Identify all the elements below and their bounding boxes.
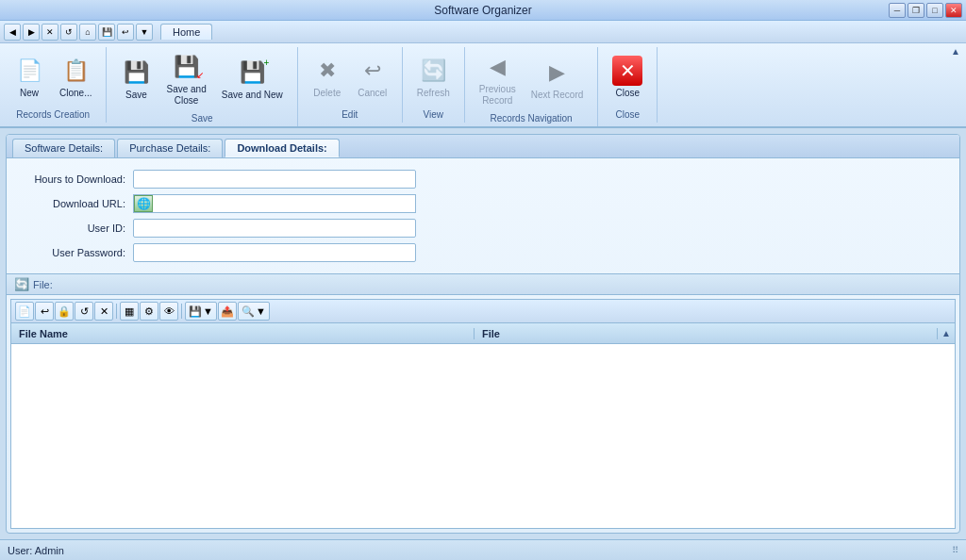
clone-button[interactable]: 📋 Clone...: [53, 51, 98, 104]
close-group-label: Close: [606, 107, 649, 123]
user-id-input[interactable]: [133, 219, 416, 238]
file-filter-dropdown[interactable]: 🔍 ▼: [238, 302, 270, 321]
user-password-label: User Password:: [22, 247, 125, 258]
close-ribbon-button[interactable]: ✕ Close: [606, 51, 649, 104]
download-url-field: 🌐: [133, 194, 416, 213]
url-browse-icon[interactable]: 🌐: [134, 195, 153, 212]
ribbon-group-edit: ✖ Delete ↩ Cancel Edit: [298, 47, 403, 123]
save-dropdown-arrow: ▼: [203, 305, 213, 317]
save-close-icon: 💾 ↙: [172, 52, 202, 82]
clone-icon: 📋: [60, 56, 91, 86]
delete-button[interactable]: ✖ Delete: [306, 51, 349, 104]
records-creation-group-label: Records Creation: [8, 107, 98, 123]
file-new-button[interactable]: 📄: [15, 302, 34, 321]
delete-icon: ✖: [312, 56, 342, 86]
file-refresh-button[interactable]: ↺: [75, 302, 93, 321]
purchase-details-tab[interactable]: Purchase Details:: [117, 139, 223, 157]
restore-button[interactable]: ❐: [908, 3, 924, 18]
cancel-button[interactable]: ↩ Cancel: [351, 51, 394, 104]
ribbon: 📄 New 📋 Clone... Records Creation 💾 Save…: [0, 43, 966, 128]
navigation-group-label: Records Navigation: [473, 111, 590, 126]
file-grid-header: File Name File ▲: [11, 323, 955, 344]
next-label: Next Record: [531, 90, 584, 101]
qa-customize-button[interactable]: ▼: [136, 24, 153, 41]
file-view-button[interactable]: 👁: [159, 302, 178, 321]
save-new-icon: 💾 +: [237, 58, 267, 88]
save-close-label: Save andClose: [166, 84, 206, 107]
title-bar: Software Organizer ─ ❐ □ ✕: [0, 0, 966, 21]
qa-home-button[interactable]: ⌂: [79, 24, 96, 41]
file-toolbar: 📄 ↩ 🔒 ↺ ✕ ▦ ⚙ 👁 💾 ▼ 📤 🔍 ▼: [11, 300, 955, 323]
file-grid-container: 📄 ↩ 🔒 ↺ ✕ ▦ ⚙ 👁 💾 ▼ 📤 🔍 ▼: [10, 299, 956, 529]
qa-forward-button[interactable]: ▶: [23, 24, 40, 41]
title-bar-controls: ─ ❐ □ ✕: [889, 3, 962, 18]
qa-save-button[interactable]: 💾: [98, 24, 115, 41]
download-url-input[interactable]: [153, 195, 415, 212]
sort-up-button[interactable]: ▲: [938, 328, 955, 338]
main-content: Software Details: Purchase Details: Down…: [0, 128, 966, 539]
qa-back-button[interactable]: ◀: [4, 24, 21, 41]
form-area: Hours to Download: Download URL: 🌐 User …: [7, 158, 959, 273]
home-tab[interactable]: Home: [160, 24, 212, 40]
save-dropdown-icon: 💾: [189, 305, 202, 318]
ribbon-group-view: 🔄 Refresh View: [403, 47, 465, 123]
file-export-button[interactable]: 📤: [218, 302, 237, 321]
hours-to-download-row: Hours to Download:: [22, 170, 944, 189]
prev-icon: ◀: [482, 52, 512, 82]
toolbar-separator-2: [181, 304, 182, 319]
app-title: Software Organizer: [434, 4, 531, 17]
qa-undo-button[interactable]: ↩: [117, 24, 134, 41]
ribbon-group-save: 💾 Save 💾 ↙ Save andClose 💾 + Save and Ne…: [107, 47, 297, 126]
file-section-header: 🔄 File:: [7, 273, 959, 295]
file-grid-body: [11, 344, 955, 528]
user-password-input[interactable]: [133, 243, 416, 262]
user-status: User: Admin: [8, 545, 64, 556]
user-password-row: User Password:: [22, 243, 944, 262]
file-section-icon: 🔄: [14, 277, 29, 291]
download-details-tab[interactable]: Download Details:: [225, 139, 339, 157]
edit-group-label: Edit: [306, 107, 394, 123]
save-new-button[interactable]: 💾 + Save and New: [215, 53, 290, 106]
view-group-label: View: [410, 107, 457, 123]
hours-to-download-input[interactable]: [133, 170, 416, 189]
edit-buttons: ✖ Delete ↩ Cancel: [306, 47, 394, 107]
ribbon-group-navigation: ◀ PreviousRecord ▶ Next Record Records N…: [465, 47, 598, 126]
cancel-label: Cancel: [358, 88, 387, 99]
ribbon-collapse-button[interactable]: ▲: [951, 46, 960, 57]
file-name-column-header[interactable]: File Name: [11, 328, 475, 339]
file-delete-button[interactable]: ✕: [94, 302, 113, 321]
save-group-label: Save: [114, 111, 289, 126]
file-back-button[interactable]: ↩: [35, 302, 54, 321]
filter-dropdown-arrow: ▼: [256, 305, 266, 317]
qa-refresh-button[interactable]: ↺: [60, 24, 77, 41]
software-details-tab[interactable]: Software Details:: [12, 139, 115, 157]
ribbon-group-records-creation: 📄 New 📋 Clone... Records Creation: [0, 47, 107, 123]
filter-dropdown-icon: 🔍: [242, 305, 255, 318]
prev-record-button[interactable]: ◀ PreviousRecord: [473, 47, 523, 111]
save-buttons: 💾 Save 💾 ↙ Save andClose 💾 + Save and Ne…: [114, 47, 289, 111]
view-buttons: 🔄 Refresh: [410, 47, 457, 107]
close-ribbon-icon: ✕: [612, 56, 642, 86]
file-settings-button[interactable]: ⚙: [140, 302, 158, 321]
next-record-button[interactable]: ▶ Next Record: [525, 53, 591, 106]
resize-grip[interactable]: ⠿: [952, 545, 958, 555]
ribbon-group-close: ✕ Close Close: [598, 47, 658, 123]
download-url-row: Download URL: 🌐: [22, 194, 944, 213]
refresh-button[interactable]: 🔄 Refresh: [410, 51, 457, 104]
file-save-dropdown[interactable]: 💾 ▼: [185, 302, 217, 321]
file-lock-button[interactable]: 🔒: [55, 302, 74, 321]
navigation-buttons: ◀ PreviousRecord ▶ Next Record: [473, 47, 590, 111]
maximize-button[interactable]: □: [926, 3, 943, 18]
refresh-label: Refresh: [417, 88, 450, 99]
clone-label: Clone...: [59, 88, 92, 99]
download-url-label: Download URL:: [22, 198, 125, 209]
file-grid-button[interactable]: ▦: [120, 302, 139, 321]
save-button[interactable]: 💾 Save: [114, 53, 158, 106]
save-close-button[interactable]: 💾 ↙ Save andClose: [159, 47, 212, 111]
status-bar: User: Admin ⠿: [0, 539, 966, 560]
file-column-header[interactable]: File: [475, 328, 938, 339]
minimize-button[interactable]: ─: [889, 3, 906, 18]
qa-stop-button[interactable]: ✕: [42, 24, 58, 41]
new-button[interactable]: 📄 New: [8, 51, 51, 104]
close-window-button[interactable]: ✕: [945, 3, 962, 18]
